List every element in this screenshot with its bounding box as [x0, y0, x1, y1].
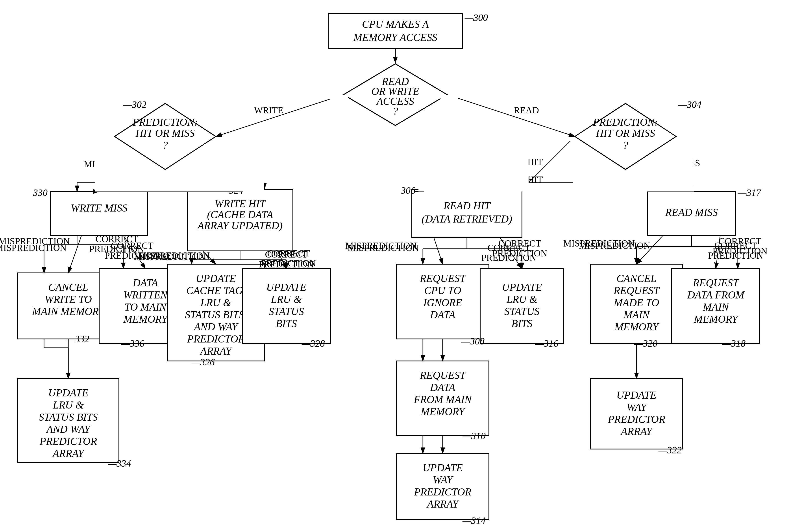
- node-pred-left-text3-top: ?: [163, 139, 168, 151]
- node-write-hit-text2: (CACHE DATA: [207, 209, 273, 221]
- cover4: [220, 128, 264, 191]
- node-cancel-req-text4: MAIN: [623, 309, 650, 321]
- node-update-lru-316-text4: BITS: [511, 318, 533, 329]
- label-mispred-rm2: MISPREDICTION: [563, 239, 635, 248]
- node-update-lru-328-text2: LRU &: [271, 293, 302, 305]
- node-update-lru-316-text2: LRU &: [506, 293, 538, 305]
- node-pred-left-text1-top: PREDICTION:: [132, 116, 198, 128]
- ref-308: —308: [461, 336, 484, 347]
- label-mispred-rh2: MISPREDICTION: [345, 241, 417, 251]
- node-update-way-314-text3: PREDICTOR: [414, 486, 471, 498]
- node-data-written-text1: DATA: [133, 277, 158, 288]
- node-cancel-req-text1: CANCEL: [617, 272, 656, 284]
- node-update-way-314-text1: UPDATE: [423, 462, 463, 473]
- node-pred-right-text2-top: HIT OR MISS: [596, 127, 655, 139]
- node-update-lru-334-text1: UPDATE: [48, 387, 88, 399]
- node-read-hit-text2: (DATA RETRIEVED): [422, 213, 512, 225]
- node-read-hit-text1: READ HIT: [443, 200, 491, 211]
- ref-336: —336: [121, 338, 144, 349]
- label-correct-rm3: CORRECT: [719, 236, 761, 246]
- node-update-lru-328-text1: UPDATE: [266, 281, 306, 293]
- label-mispred-wm2: MISPREDICTION: [0, 236, 70, 246]
- ref-317: —317: [738, 187, 761, 198]
- ref-334: —334: [108, 458, 131, 469]
- ref-322: —322: [658, 445, 682, 456]
- node-data-written-text3: TO MAIN: [125, 301, 167, 313]
- ref-332: —332: [66, 334, 89, 344]
- node-req-data-318-text3: MAIN: [702, 301, 729, 313]
- node-write-hit-text1: WRITE HIT: [215, 198, 266, 209]
- label-correct-rm4: PREDICTION: [713, 246, 768, 256]
- node-pred-right-text1-top: PREDICTION:: [593, 116, 658, 128]
- node-update-way-322-text2: WAY: [627, 401, 647, 413]
- node-update-cache-text2: CACHE TAG,: [186, 285, 245, 296]
- node-update-lru-316-text3: STATUS: [504, 305, 539, 317]
- ref-314: —314: [462, 515, 485, 526]
- label-hit-readhit: HIT: [528, 174, 543, 185]
- node-update-cache-text1: UPDATE: [196, 272, 236, 284]
- label-hit-right: HIT: [528, 157, 543, 167]
- label-read-top: READ: [514, 105, 539, 115]
- node-data-written-text2: WRITTEN: [123, 289, 168, 301]
- ref-304-top: —304: [678, 99, 701, 110]
- ref-330: 330: [33, 187, 48, 198]
- node-cancel-write-text2: WRITE TO: [45, 293, 92, 305]
- node-req-data-318-text4: MEMORY: [694, 313, 738, 325]
- node-cancel-write-text3: MAIN MEMORY: [32, 305, 106, 317]
- node-update-lru-334-text3: STATUS BITS: [39, 411, 98, 423]
- node-update-cache-text4: STATUS BITS,: [185, 309, 247, 321]
- node-req-cpu-ignore-text3: IGNORE: [423, 297, 462, 308]
- node-req-cpu-ignore-text1: REQUEST: [420, 272, 466, 284]
- node-cancel-req-text2: REQUEST: [613, 285, 660, 296]
- cover5: [419, 128, 529, 191]
- node-update-lru-316-text1: UPDATE: [502, 281, 542, 293]
- node-req-data-310-text4: MEMORY: [420, 406, 465, 417]
- node-req-data-310-text1: REQUEST: [420, 369, 466, 381]
- label-mispred-wh2: MISPREDICTION: [134, 252, 205, 262]
- node-req-data-310-text2: DATA: [430, 381, 456, 393]
- node-write-hit-text3: ARRAY UPDATED): [197, 220, 282, 231]
- node-update-way-314-text2: WAY: [433, 474, 454, 486]
- ref-320: —320: [634, 338, 657, 349]
- node-update-lru-334-text4: AND WAY: [46, 423, 91, 435]
- node-req-data-318-text2: DATA FROM: [687, 289, 745, 301]
- node-data-written-text4: MEMORY: [123, 313, 168, 325]
- label-write-top: WRITE: [254, 105, 283, 115]
- ref-318: —318: [722, 338, 746, 349]
- node-req-cpu-ignore-text2: CPU TO: [424, 285, 461, 296]
- label-correct-rh3: CORRECT: [498, 239, 541, 248]
- label-correct-rh4: PREDICTION: [492, 248, 547, 259]
- node-cancel-req-text3: MADE TO: [613, 297, 659, 308]
- node-update-way-322-text1: UPDATE: [617, 389, 657, 401]
- node-update-lru-334-text6: ARRAY: [52, 448, 85, 459]
- node-start-text1-top: CPU MAKES A: [362, 18, 429, 30]
- node-req-data-310-text3: FROM MAIN: [414, 394, 473, 405]
- node-cancel-write-text1: CANCEL: [48, 281, 88, 293]
- node-req-data-318-text1: REQUEST: [693, 277, 739, 288]
- node-pred-right-text3-top: ?: [623, 139, 628, 151]
- ref-328: —328: [301, 338, 325, 349]
- ref-326: —326: [191, 357, 215, 367]
- node-cancel-req-text5: MEMORY: [614, 321, 659, 332]
- label-correct-wh3: CORRECT: [265, 249, 308, 260]
- node-write-miss-text1: WRITE MISS: [71, 202, 127, 214]
- node-update-lru-328-text3: STATUS: [269, 305, 304, 317]
- node-update-way-322-text3: PREDICTOR: [608, 413, 665, 425]
- node-update-lru-328-text4: BITS: [276, 318, 297, 329]
- cover-arrow1: [330, 95, 348, 130]
- node-update-way-314-text4: ARRAY: [426, 498, 459, 510]
- node-update-way-322-text4: ARRAY: [620, 425, 653, 437]
- node-update-cache-text7: ARRAY: [200, 345, 232, 357]
- node-req-cpu-ignore-text4: DATA: [430, 309, 456, 321]
- node-start-text2-top: MEMORY ACCESS: [353, 32, 437, 43]
- flowchart-diagram: CPU MAKES A MEMORY ACCESS —300 READ OR W…: [0, 0, 790, 532]
- node-update-cache-text5: AND WAY: [194, 321, 239, 332]
- ref-316: —316: [535, 338, 558, 349]
- ref-302-top: —302: [123, 99, 146, 110]
- node-rw-text4-top: ?: [393, 105, 398, 117]
- cover-arrow2: [440, 95, 458, 130]
- label-correct-wm3: CORRECT: [95, 234, 138, 244]
- node-update-lru-334-text2: LRU &: [53, 399, 84, 411]
- ref-310: —310: [462, 431, 485, 441]
- ref-300-top: —300: [464, 12, 488, 23]
